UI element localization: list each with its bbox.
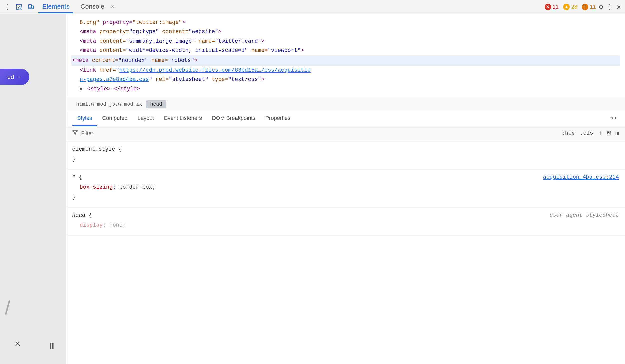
html-line-8[interactable]: ▶ <style>⋯</style>	[72, 84, 619, 94]
inspect-element-button[interactable]	[14, 2, 24, 11]
pause-icon: ⏸	[48, 341, 56, 352]
devtools-toolbar: ⋮ Elements Console » ✕ 11 ▲	[0, 0, 625, 14]
svg-rect-2	[16, 7, 17, 9]
svg-marker-11	[73, 131, 78, 134]
filter-icon	[72, 129, 78, 137]
error-badge[interactable]: ✕ 11	[545, 4, 559, 10]
tab-computed[interactable]: Computed	[97, 111, 133, 126]
filter-input[interactable]	[81, 130, 559, 137]
info-icon: !	[582, 4, 588, 10]
close-devtools-button[interactable]: ✕	[617, 3, 621, 11]
error-icon: ✕	[545, 4, 551, 10]
breadcrumb-bar: html.w-mod-js.w-mod-ix head	[66, 98, 625, 111]
preview-slash: /	[5, 296, 10, 319]
tabs-more[interactable]: >>	[608, 112, 619, 125]
settings-button[interactable]: ⚙	[599, 3, 603, 11]
stylesheet-link-2[interactable]: n-pages.a7e8ad4ba.css	[80, 76, 149, 83]
head-rule-property: display: none;	[72, 220, 619, 230]
expand-triangle[interactable]: ▶	[80, 86, 83, 92]
filter-actions: :hov .cls + ⎘ ◨	[562, 129, 619, 137]
svg-rect-4	[19, 4, 22, 5]
html-line-5-highlighted[interactable]: <meta content="noindex" name="robots">	[71, 55, 620, 66]
warning-badge[interactable]: ▲ 28	[563, 4, 577, 10]
html-source-area: 8.png" property="twitter:image"> <meta p…	[66, 14, 625, 98]
tab-dom-breakpoints[interactable]: DOM Breakpoints	[207, 111, 260, 126]
svg-point-6	[19, 6, 21, 9]
html-line-3: <meta content="summary_large_image" name…	[72, 37, 619, 46]
warning-icon: ▲	[563, 4, 570, 10]
device-toolbar-button[interactable]	[26, 2, 36, 11]
tab-console[interactable]: Console	[76, 1, 108, 13]
copy-style-button[interactable]: ⎘	[608, 130, 611, 136]
page-preview: ed → / ✕ ⏸	[0, 14, 66, 364]
svg-rect-5	[21, 4, 22, 6]
preview-button: ed →	[0, 69, 29, 85]
html-line-7: n-pages.a7e8ad4ba.css" rel="stylesheet" …	[72, 75, 619, 84]
svg-rect-8	[29, 4, 32, 8]
warning-count: 28	[571, 4, 577, 10]
stylesheet-link[interactable]: https://cdn.prod.website-files.com/63bd1…	[119, 67, 311, 73]
tab-properties[interactable]: Properties	[260, 111, 296, 126]
add-style-button[interactable]: +	[598, 129, 602, 137]
svg-rect-9	[32, 6, 34, 9]
html-line-6: <link href="https://cdn.prod.website-fil…	[72, 66, 619, 75]
star-rule-close: }	[72, 192, 619, 202]
filter-bar: :hov .cls + ⎘ ◨	[66, 126, 625, 140]
info-count: 11	[590, 4, 596, 10]
toolbar-more-menu[interactable]: ⋮	[606, 3, 614, 11]
toolbar-menu-dots[interactable]: ⋮	[4, 3, 12, 11]
head-rule: head { user agent stylesheet display: no…	[66, 206, 625, 234]
svg-rect-1	[16, 4, 17, 6]
error-count: 11	[553, 4, 559, 10]
hov-button[interactable]: :hov	[562, 130, 575, 136]
html-line-2: <meta property="og:type" content="websit…	[72, 27, 619, 36]
tab-event-listeners[interactable]: Event Listeners	[159, 111, 207, 126]
head-rule-source: user agent stylesheet	[550, 210, 619, 220]
toolbar-badges: ✕ 11 ▲ 28 ! 11	[545, 4, 596, 10]
info-badge[interactable]: ! 11	[582, 4, 596, 10]
html-line-1: 8.png" property="twitter:image">	[72, 18, 619, 27]
svg-line-7	[21, 9, 22, 10]
tab-layout[interactable]: Layout	[132, 111, 159, 126]
element-style-selector: element.style {	[72, 144, 619, 154]
svg-rect-3	[16, 9, 19, 10]
element-style-close: }	[72, 154, 619, 164]
devtools-main: ed → / ✕ ⏸ 8.png" property="twitter:imag…	[0, 14, 625, 364]
styles-tabs-bar: Styles Computed Layout Event Listeners D…	[66, 111, 625, 126]
sidebar-toggle-button[interactable]: ◨	[616, 130, 619, 137]
head-selector-line: head { user agent stylesheet	[72, 210, 619, 220]
preview-x-mark: ✕	[15, 338, 20, 349]
star-rule-property: box-sizing: border-box;	[72, 182, 619, 192]
html-attr: 8.png"	[80, 19, 100, 26]
html-line-4: <meta content="width=device-width, initi…	[72, 46, 619, 55]
breadcrumb-head[interactable]: head	[146, 100, 166, 108]
star-rule-source[interactable]: acquisition…4ba.css:214	[543, 172, 619, 182]
breadcrumb-html[interactable]: html.w-mod-js.w-mod-ix	[72, 100, 146, 108]
element-style-rule: element.style { }	[66, 140, 625, 168]
tab-elements[interactable]: Elements	[38, 1, 74, 13]
star-selector-line: * { acquisition…4ba.css:214	[72, 172, 619, 182]
toolbar-more-tabs[interactable]: »	[112, 4, 115, 10]
styles-panel: element.style { } * { acquisition…4ba.cs…	[66, 140, 625, 364]
tab-styles[interactable]: Styles	[72, 111, 97, 126]
star-rule: * { acquisition…4ba.css:214 box-sizing: …	[66, 168, 625, 206]
devtools-panel: 8.png" property="twitter:image"> <meta p…	[66, 14, 625, 364]
cls-button[interactable]: .cls	[580, 130, 593, 136]
